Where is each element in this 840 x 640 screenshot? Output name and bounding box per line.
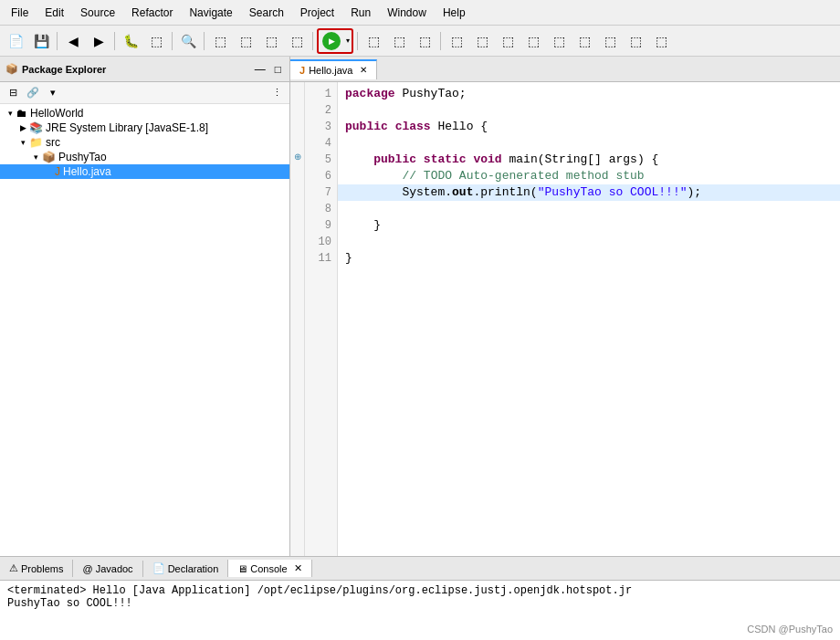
gutter: ⊕ — [290, 82, 305, 556]
gutter-2 — [290, 99, 304, 115]
tree-item-package[interactable]: ▾ 📦 PushyTao — [0, 150, 289, 164]
watermark: CSDN @PushyTao — [747, 624, 833, 635]
tab-hello-java-label: Hello.java — [309, 65, 352, 76]
main-layout: 📦 Package Explorer — □ ⊟ 🔗 ▾ ⋮ ▾ 🖿 Hello… — [0, 57, 840, 640]
console-line2: PushyTao so COOL!!! — [7, 597, 833, 610]
package-explorer-header: 📦 Package Explorer — □ — [0, 57, 289, 82]
tab-console-label: Console — [250, 563, 287, 574]
btn16[interactable]: ⬚ — [649, 29, 673, 53]
bottom-panel: ⚠ Problems @ Javadoc 📄 Declaration 🖥 Con… — [0, 556, 840, 640]
minimize-btn[interactable]: — — [252, 62, 268, 77]
console-icon: 🖥 — [237, 563, 247, 574]
btn8[interactable]: ⬚ — [445, 29, 468, 53]
debug-btn[interactable]: 🐛 — [119, 29, 142, 53]
btn7[interactable]: ⬚ — [413, 29, 436, 53]
link-editor-btn[interactable]: 🔗 — [24, 84, 42, 102]
tree-label-helloworld: HelloWorld — [30, 107, 83, 120]
btn10[interactable]: ⬚ — [496, 29, 520, 53]
run-dropdown-arrow[interactable]: ▾ — [344, 37, 352, 45]
tree-item-src[interactable]: ▾ 📁 src — [0, 135, 289, 150]
menu-help[interactable]: Help — [436, 5, 473, 21]
code-editor[interactable]: package PushyTao; public class Hello { p… — [338, 82, 840, 556]
java-file-icon: J — [55, 165, 60, 178]
tree-item-helloworld[interactable]: ▾ 🖿 HelloWorld — [0, 106, 289, 121]
menu-project[interactable]: Project — [293, 5, 341, 21]
tab-close-btn[interactable]: ✕ — [360, 65, 367, 75]
gutter-4 — [290, 131, 304, 148]
btn5[interactable]: ⬚ — [362, 29, 385, 53]
package-explorer-icon: 📦 — [5, 63, 18, 75]
toggle-helloworld[interactable]: ▾ — [4, 109, 16, 118]
toolbar-sep3 — [172, 32, 173, 50]
view-menu-btn[interactable]: ▾ — [44, 84, 62, 102]
console-line1: <terminated> Hello [Java Application] /o… — [7, 584, 833, 597]
run-icon — [322, 32, 341, 50]
run-button[interactable] — [319, 30, 344, 52]
gutter-9 — [290, 214, 304, 230]
toggle-jre[interactable]: ▶ — [16, 123, 29, 132]
code-area: ⊕ 12345 67891011 package PushyTao; publi… — [290, 82, 840, 556]
new-btn[interactable]: 📄 — [4, 29, 27, 53]
menu-window[interactable]: Window — [380, 5, 434, 21]
toggle-package[interactable]: ▾ — [29, 152, 42, 162]
run-btn-group[interactable]: ▾ — [317, 28, 353, 54]
tab-java-icon: J — [299, 65, 305, 76]
gutter-11 — [290, 247, 304, 263]
project-icon: 🖿 — [16, 107, 27, 120]
tab-console[interactable]: 🖥 Console ✕ — [228, 560, 311, 577]
btn4[interactable]: ⬚ — [285, 29, 309, 53]
save-btn[interactable]: 💾 — [29, 29, 53, 53]
package-icon: 📦 — [42, 151, 56, 163]
tab-problems[interactable]: ⚠ Problems — [0, 560, 73, 577]
tree-label-jre: JRE System Library [JavaSE-1.8] — [46, 121, 208, 134]
gutter-10 — [290, 230, 304, 247]
tab-declaration[interactable]: 📄 Declaration — [143, 560, 229, 577]
gutter-3 — [290, 115, 304, 131]
btn1[interactable]: ⬚ — [208, 29, 232, 53]
btn11[interactable]: ⬚ — [521, 29, 545, 53]
toolbar-sep5 — [312, 32, 313, 50]
tab-hello-java[interactable]: J Hello.java ✕ — [290, 59, 377, 79]
editors-area: 📦 Package Explorer — □ ⊟ 🔗 ▾ ⋮ ▾ 🖿 Hello… — [0, 57, 840, 556]
file-tree: ▾ 🖿 HelloWorld ▶ 📚 JRE System Library [J… — [0, 104, 289, 556]
menu-edit[interactable]: Edit — [37, 5, 71, 21]
search-btn[interactable]: 🔍 — [176, 29, 200, 53]
tab-declaration-label: Declaration — [168, 563, 219, 574]
editor-area: J Hello.java ✕ ⊕ — [290, 57, 840, 556]
btn15[interactable]: ⬚ — [624, 29, 647, 53]
menu-refactor[interactable]: Refactor — [124, 5, 180, 21]
view-options-btn[interactable]: ⋮ — [268, 84, 286, 102]
btn6[interactable]: ⬚ — [387, 29, 411, 53]
collapse-all-btn[interactable]: ⊟ — [4, 84, 22, 102]
tab-javadoc-label: Javadoc — [96, 563, 133, 574]
tree-item-jre[interactable]: ▶ 📚 JRE System Library [JavaSE-1.8] — [0, 121, 289, 135]
prev-edit-btn[interactable]: ◀ — [61, 29, 85, 53]
btn3[interactable]: ⬚ — [259, 29, 283, 53]
btn13[interactable]: ⬚ — [572, 29, 596, 53]
btn12[interactable]: ⬚ — [547, 29, 571, 53]
tree-item-hello-java[interactable]: J Hello.java — [0, 164, 289, 179]
maximize-btn[interactable]: □ — [272, 62, 284, 77]
debug2-btn[interactable]: ⬚ — [144, 29, 168, 53]
gutter-5: ⊕ — [290, 148, 304, 164]
menu-run[interactable]: Run — [343, 5, 378, 21]
btn9[interactable]: ⬚ — [470, 29, 494, 53]
editor-tabs: J Hello.java ✕ — [290, 57, 840, 82]
next-edit-btn[interactable]: ▶ — [87, 29, 110, 53]
toolbar-sep6 — [357, 32, 358, 50]
javadoc-icon: @ — [82, 563, 92, 574]
line-numbers: 12345 67891011 — [305, 82, 338, 556]
menu-file[interactable]: File — [4, 5, 36, 21]
btn2[interactable]: ⬚ — [234, 29, 257, 53]
console-close-btn[interactable]: ✕ — [294, 562, 302, 574]
btn14[interactable]: ⬚ — [598, 29, 622, 53]
menu-source[interactable]: Source — [73, 5, 122, 21]
gutter-1 — [290, 82, 304, 99]
tab-problems-label: Problems — [21, 563, 63, 574]
menu-navigate[interactable]: Navigate — [182, 5, 239, 21]
tab-javadoc[interactable]: @ Javadoc — [73, 561, 142, 577]
menu-search[interactable]: Search — [242, 5, 291, 21]
toggle-src[interactable]: ▾ — [16, 138, 29, 147]
toolbar-sep7 — [440, 32, 441, 50]
toolbar: 📄 💾 ◀ ▶ 🐛 ⬚ 🔍 ⬚ ⬚ ⬚ ⬚ ▾ ⬚ ⬚ ⬚ ⬚ ⬚ ⬚ ⬚ ⬚ … — [0, 26, 840, 57]
